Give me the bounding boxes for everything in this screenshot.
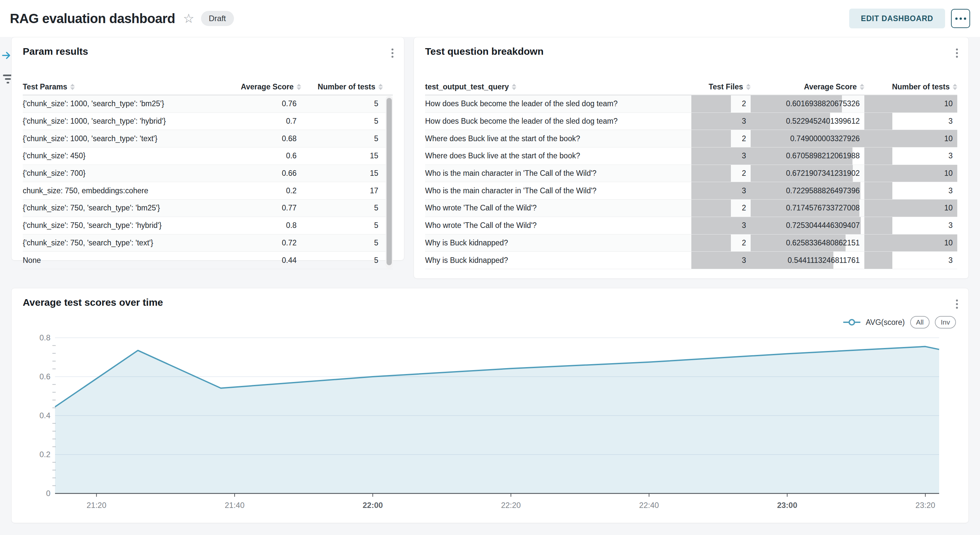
cell-average-score: 0.6258336480862151 [751, 235, 864, 252]
cell-average-score: 0.6705898212061988 [751, 147, 864, 164]
cell-value: {'chunk_size': 700} [23, 169, 85, 178]
column-header-test-files[interactable]: Test Files [691, 83, 751, 91]
sort-icon[interactable] [512, 84, 516, 90]
cell-test-output-test-query: Who wrote 'The Call of the Wild'? [425, 217, 691, 234]
panel-menu-icon[interactable] [954, 46, 960, 61]
cell-test-params: {'chunk_size': 1000, 'search_type': 'bm2… [23, 95, 210, 112]
cell-value: Where does Buck live at the start of the… [425, 152, 580, 160]
cell-test-files: 3 [691, 182, 751, 199]
legend-inv-button[interactable]: Inv [935, 316, 956, 329]
panel-menu-icon[interactable] [954, 297, 960, 311]
table-row: Who wrote 'The Call of the Wild'?30.7253… [425, 217, 957, 235]
cell-value: How does Buck become the leader of the s… [425, 117, 617, 126]
cell-average-score: 0.72 [210, 235, 301, 252]
cell-test-params: {'chunk_size': 1000, 'search_type': 'tex… [23, 130, 210, 147]
table-row: Where does Buck live at the start of the… [425, 147, 957, 165]
cell-test-output-test-query: Who is the main character in 'The Call o… [425, 182, 691, 199]
panel-head: Test question breakdown [414, 37, 969, 61]
cell-value: 10 [944, 238, 953, 248]
param-results-panel: Param results Test ParamsAverage ScoreNu… [11, 37, 404, 260]
sort-icon[interactable] [297, 84, 301, 90]
table-row: {'chunk_size': 750, 'search_type': 'hybr… [23, 217, 393, 235]
cell-value: None [23, 256, 41, 265]
data-bar [864, 113, 892, 130]
table-row: {'chunk_size': 750, 'search_type': 'text… [23, 235, 393, 252]
column-header-average-score[interactable]: Average Score [210, 83, 301, 91]
cell-value: 0.68 [282, 134, 297, 143]
cell-value: 15 [370, 169, 378, 178]
cell-average-score: 0.8 [210, 217, 301, 234]
cell-test-output-test-query: Where does Buck live at the start of the… [425, 147, 691, 164]
column-label: Average Score [804, 83, 857, 91]
cell-value: 3 [948, 186, 953, 195]
column-header-number-of-tests[interactable]: Number of tests [864, 83, 957, 91]
cell-value: 3 [742, 256, 746, 265]
scores-line-chart[interactable]: 00.20.40.60.821:2021:4022:0022:2022:4023… [11, 331, 967, 520]
header: RAG evaluation dashboard ☆ Draft EDIT DA… [0, 0, 980, 37]
cell-value: Who wrote 'The Call of the Wild'? [425, 221, 537, 230]
edit-dashboard-button[interactable]: EDIT DASHBOARD [849, 9, 945, 28]
column-header-test-output-test-query[interactable]: test_output_test_query [425, 83, 691, 91]
data-bar [691, 235, 731, 252]
cell-value: Who is the main character in 'The Call o… [425, 169, 597, 178]
cell-average-score: 0.6016938820675326 [751, 95, 864, 112]
panel-title: Test question breakdown [425, 46, 544, 57]
cell-average-score: 0.76 [210, 95, 301, 112]
cell-number-of-tests: 5 [301, 200, 383, 217]
cell-value: 3 [948, 256, 953, 265]
panel-menu-icon[interactable] [390, 46, 395, 61]
cell-average-score: 0.66 [210, 165, 301, 182]
scores-chart-panel: Average test scores over time AVG(score)… [11, 288, 969, 523]
favorite-star-icon[interactable]: ☆ [183, 12, 194, 25]
cell-value: 0.66 [282, 169, 297, 178]
column-header-number-of-tests[interactable]: Number of tests [301, 83, 383, 91]
cell-value: 3 [742, 152, 746, 160]
legend-series-label[interactable]: AVG(score) [865, 318, 905, 327]
panel-head: Average test scores over time [11, 288, 969, 311]
sort-icon[interactable] [378, 84, 383, 90]
sort-icon[interactable] [953, 84, 957, 90]
panel-head: Param results [11, 37, 404, 61]
cell-average-score: 0.5441113246811761 [751, 252, 864, 269]
sort-icon[interactable] [860, 84, 864, 90]
cell-test-files: 3 [691, 113, 751, 130]
table-row: Who wrote 'The Call of the Wild'?20.7174… [425, 200, 957, 217]
cell-average-score: 0.7253044446309407 [751, 217, 864, 234]
cell-value: 15 [370, 152, 378, 160]
x-tick-label: 22:20 [501, 501, 521, 509]
data-bar [864, 200, 957, 217]
sort-icon[interactable] [70, 84, 75, 90]
cell-value: How does Buck become the leader of the s… [425, 99, 617, 108]
cell-number-of-tests: 5 [301, 130, 383, 147]
legend-all-button[interactable]: All [910, 316, 929, 329]
cell-test-output-test-query: How does Buck become the leader of the s… [425, 95, 691, 112]
x-tick-label: 21:20 [87, 501, 107, 509]
table-row: How does Buck become the leader of the s… [425, 113, 957, 130]
cell-value: Who wrote 'The Call of the Wild'? [425, 203, 537, 212]
cell-test-params: {'chunk_size': 750, 'search_type': 'bm25… [23, 200, 210, 217]
cell-value: 3 [948, 152, 953, 160]
cell-average-score: 0.68 [210, 130, 301, 147]
cell-value: 2 [742, 203, 746, 212]
cell-test-output-test-query: Who is the main character in 'The Call o… [425, 165, 691, 182]
table-body: How does Buck become the leader of the s… [425, 95, 957, 269]
scrollbar-thumb[interactable] [387, 98, 392, 265]
column-header-test-params[interactable]: Test Params [23, 83, 210, 91]
column-header-average-score[interactable]: Average Score [751, 83, 864, 91]
vertical-scrollbar[interactable] [385, 96, 393, 268]
sort-icon[interactable] [746, 84, 751, 90]
table-row: How does Buck become the leader of the s… [425, 95, 957, 113]
cell-test-params: None [23, 252, 210, 269]
cell-test-files: 3 [691, 252, 751, 269]
y-tick-label: 0.6 [40, 372, 51, 381]
table-row: {'chunk_size': 450}0.615 [23, 147, 393, 165]
data-bar [864, 252, 892, 269]
more-options-button[interactable] [951, 9, 970, 28]
cell-test-files: 2 [691, 200, 751, 217]
cell-test-output-test-query: Why is Buck kidnapped? [425, 252, 691, 269]
table-row: Who is the main character in 'The Call o… [425, 182, 957, 200]
chart-legend: AVG(score) All Inv [843, 316, 956, 329]
data-bar [864, 235, 957, 252]
cell-average-score: 0.7229588826497396 [751, 182, 864, 199]
cell-value: 10 [944, 203, 953, 212]
